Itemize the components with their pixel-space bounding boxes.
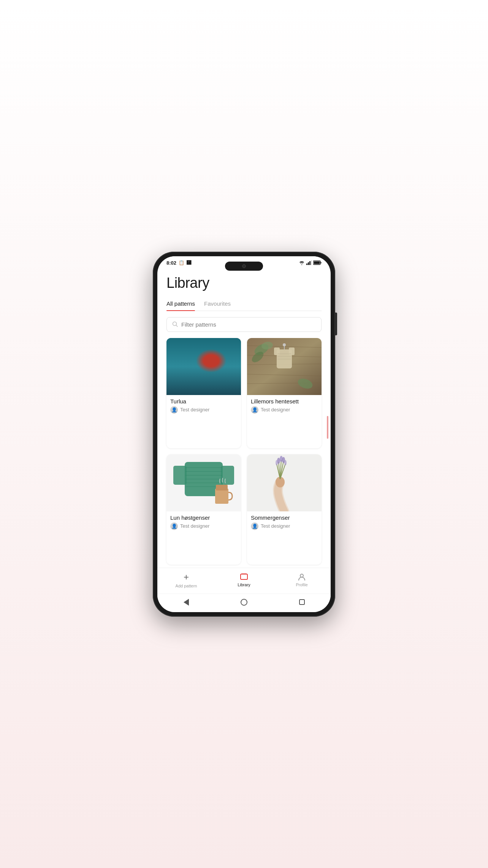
- pattern-designer-2: Test designer: [251, 406, 318, 414]
- tab-all-patterns[interactable]: All patterns: [166, 297, 195, 311]
- pattern-info-2: Lillemors hentesett Test designer: [247, 395, 322, 417]
- svg-point-14: [191, 364, 201, 374]
- android-recents-button[interactable]: [296, 597, 307, 608]
- tab-favourites-label: Favourites: [204, 300, 231, 307]
- svg-rect-16: [190, 363, 202, 368]
- library-icon: [240, 573, 248, 581]
- pattern-name-2: Lillemors hentesett: [251, 398, 318, 405]
- nav-label-add: Add pattern: [176, 584, 197, 588]
- svg-rect-10: [166, 368, 241, 395]
- bottom-nav: + Add pattern Library Profile: [157, 568, 331, 593]
- pattern-card-4[interactable]: Sommergenser Test designer: [247, 454, 322, 565]
- svg-rect-60: [241, 573, 247, 574]
- svg-rect-9: [166, 338, 241, 395]
- camera-notch: [225, 262, 263, 271]
- svg-rect-29: [277, 356, 291, 357]
- profile-icon: [298, 573, 306, 581]
- page-title: Library: [166, 275, 322, 291]
- status-time: 8:02 📋 🅿: [166, 260, 191, 266]
- designer-avatar-4: [251, 522, 258, 530]
- pattern-image-3: [166, 454, 241, 511]
- android-back-button[interactable]: [181, 597, 192, 608]
- svg-rect-1: [308, 262, 309, 265]
- battery-icon: [313, 260, 322, 265]
- nav-label-profile: Profile: [296, 582, 307, 587]
- pattern-designer-1: Test designer: [170, 406, 237, 414]
- svg-point-15: [190, 363, 202, 368]
- designer-name-3: Test designer: [180, 523, 209, 529]
- search-input[interactable]: [181, 321, 316, 328]
- pattern-image-4: [247, 454, 322, 511]
- svg-rect-30: [277, 359, 291, 360]
- media-icon: 🅿: [187, 260, 191, 265]
- pattern-card-3[interactable]: Lun høstgenser Test designer: [166, 454, 241, 565]
- phone-device: 8:02 📋 🅿: [153, 252, 335, 617]
- designer-avatar-2: [251, 406, 258, 414]
- pattern-name-1: Turlua: [170, 398, 237, 405]
- page-header: Library All patterns Favourites: [157, 267, 331, 311]
- pattern-image-2: [247, 338, 322, 395]
- svg-rect-6: [314, 262, 320, 264]
- signal-icon: [306, 260, 312, 265]
- svg-rect-59: [241, 574, 247, 579]
- svg-line-8: [176, 325, 178, 327]
- pattern-name-3: Lun høstgenser: [170, 514, 237, 521]
- search-icon: [172, 321, 178, 327]
- scrollbar-indicator: [327, 416, 328, 439]
- nav-item-library[interactable]: Library: [215, 573, 273, 587]
- svg-point-27: [283, 343, 286, 346]
- pattern-name-4: Sommergenser: [251, 514, 318, 521]
- android-home-button[interactable]: [239, 597, 249, 608]
- designer-name-4: Test designer: [261, 523, 290, 529]
- svg-rect-37: [173, 466, 187, 485]
- pattern-designer-4: Test designer: [251, 522, 318, 530]
- svg-point-58: [284, 460, 287, 465]
- pattern-card-1[interactable]: Turlua Test designer: [166, 338, 241, 448]
- designer-name-1: Test designer: [180, 407, 209, 413]
- camera-dot: [242, 264, 246, 268]
- wifi-icon: [299, 260, 305, 265]
- add-pattern-icon: +: [184, 572, 189, 582]
- designer-name-2: Test designer: [261, 407, 290, 413]
- sim-icon: 📋: [179, 260, 184, 265]
- screen-content: Library All patterns Favourites: [157, 267, 331, 568]
- svg-marker-12: [196, 349, 241, 372]
- tab-all-patterns-label: All patterns: [166, 300, 195, 307]
- status-icons-right: [299, 260, 322, 265]
- nav-item-add-pattern[interactable]: + Add pattern: [157, 572, 215, 588]
- search-bar[interactable]: [166, 317, 322, 332]
- svg-point-61: [300, 574, 303, 577]
- svg-rect-28: [277, 353, 291, 354]
- home-circle-icon: [241, 599, 247, 606]
- svg-marker-11: [166, 353, 211, 372]
- tabs-row: All patterns Favourites: [166, 297, 322, 311]
- svg-rect-45: [215, 489, 228, 504]
- patterns-grid: Turlua Test designer: [157, 338, 331, 568]
- tab-favourites[interactable]: Favourites: [204, 297, 231, 311]
- designer-avatar-1: [170, 406, 178, 414]
- recents-square-icon: [299, 599, 305, 605]
- svg-rect-2: [309, 261, 311, 265]
- pattern-info-3: Lun høstgenser Test designer: [166, 511, 241, 534]
- pattern-image-1: [166, 338, 241, 395]
- svg-point-57: [276, 460, 278, 465]
- svg-rect-0: [306, 263, 307, 265]
- nav-item-profile[interactable]: Profile: [273, 573, 331, 587]
- nav-label-library: Library: [238, 582, 250, 587]
- android-nav-bar: [157, 593, 331, 612]
- pattern-info-4: Sommergenser Test designer: [247, 511, 322, 534]
- svg-rect-3: [311, 260, 312, 265]
- designer-avatar-3: [170, 522, 178, 530]
- svg-rect-46: [216, 485, 228, 490]
- svg-point-13: [187, 368, 206, 391]
- time-display: 8:02: [166, 260, 176, 266]
- pattern-card-2[interactable]: Lillemors hentesett Test designer: [247, 338, 322, 448]
- back-triangle-icon: [184, 599, 189, 606]
- pattern-info-1: Turlua Test designer: [166, 395, 241, 417]
- svg-rect-5: [321, 262, 322, 263]
- phone-screen: 8:02 📋 🅿: [157, 256, 331, 612]
- pattern-designer-3: Test designer: [170, 522, 237, 530]
